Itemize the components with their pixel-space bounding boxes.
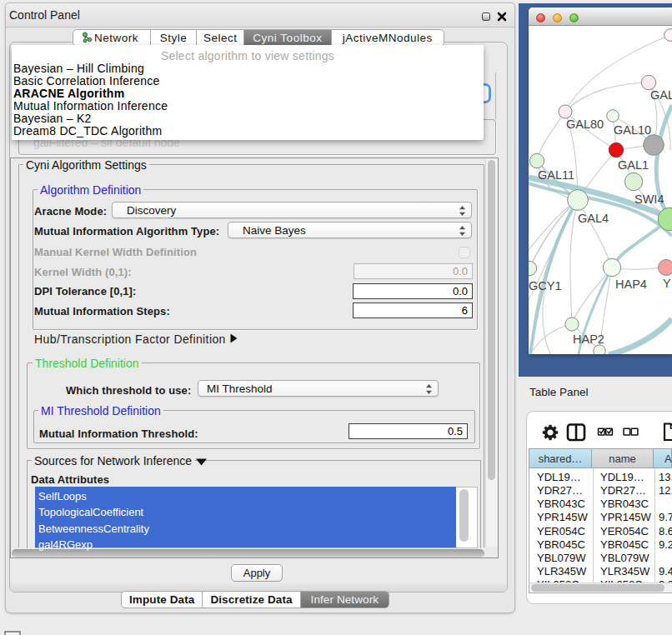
svg-text:GAL1: GAL1 <box>618 158 649 172</box>
svg-text:GAL: GAL <box>650 88 672 102</box>
svg-text:GAL10: GAL10 <box>614 123 651 137</box>
svg-text:GAL80: GAL80 <box>566 118 604 131</box>
svg-text:HAP2: HAP2 <box>573 332 604 346</box>
svg-text:GAL4: GAL4 <box>578 212 609 225</box>
svg-text:SWI4: SWI4 <box>634 192 664 206</box>
svg-text:Y: Y <box>663 277 671 290</box>
svg-text:GCY1: GCY1 <box>529 279 562 292</box>
svg-text:GAL11: GAL11 <box>538 168 574 182</box>
svg-text:HAP4: HAP4 <box>615 278 647 291</box>
